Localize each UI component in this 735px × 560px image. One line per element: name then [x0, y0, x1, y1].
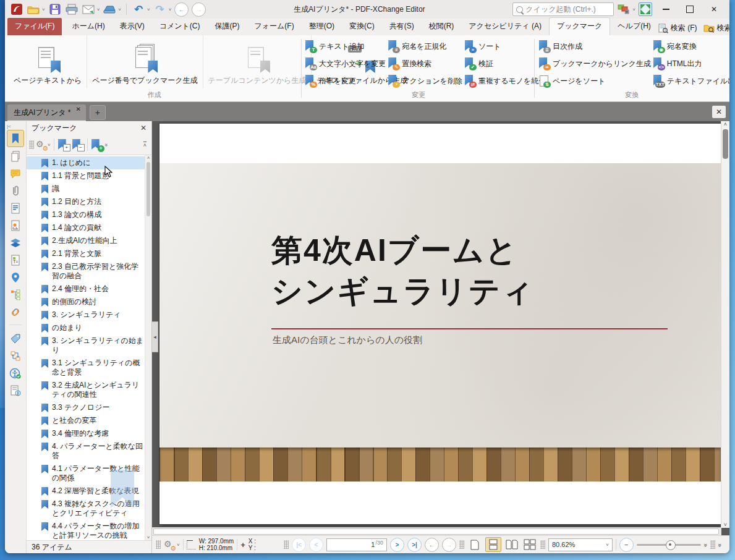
bookmark-item[interactable]: 1. はじめに [27, 156, 151, 169]
first-page-button[interactable]: |< [292, 538, 306, 552]
new-bookmark-button[interactable]: + [91, 138, 103, 151]
ribbon-small-button[interactable]: <>HTML出力 [652, 55, 729, 72]
bookmarks-options-button[interactable]: ⚙ ⚙ [36, 139, 47, 150]
scroll-down-icon[interactable]: ˅ [147, 535, 150, 540]
bookmark-item[interactable]: 2.4 倫理的・社会 [27, 282, 151, 295]
accessibility-report-icon[interactable] [7, 383, 23, 399]
scroll-down-icon[interactable]: ˅ [724, 522, 727, 528]
zoom-slider-knob[interactable] [666, 540, 676, 550]
single-page-layout-button[interactable] [467, 538, 482, 551]
fullscreen-button[interactable] [639, 2, 652, 16]
layers-panel-icon[interactable] [7, 235, 23, 251]
ribbon-small-button[interactable]: ≣目次作成 [538, 38, 652, 55]
ribbon-small-button[interactable]: ≡ソート [464, 38, 547, 55]
expand-all-bookmarks-button[interactable]: + [57, 138, 70, 151]
ribbon-small-button[interactable]: ⇅ページをソート [538, 72, 652, 90]
menu-tab[interactable]: 表示(V) [113, 18, 152, 35]
email-dropdown[interactable]: ˅ [97, 7, 100, 12]
zoom-slider[interactable] [637, 544, 701, 546]
ribbon-small-button[interactable]: ∞ブックマークからリンク生成 [538, 55, 652, 72]
menu-tab[interactable]: 共有(S) [382, 18, 422, 35]
two-page-layout-button[interactable] [504, 538, 519, 551]
thumbnails-panel-icon[interactable] [7, 148, 23, 164]
bookmarks-panel-icon[interactable] [7, 130, 24, 147]
close-document-button[interactable]: ✕ [712, 106, 726, 118]
menu-tab[interactable]: アクセシビリティ (A) [461, 18, 549, 35]
ribbon-big-button[interactable]: ページ番号でブックマーク生成 [87, 35, 203, 88]
document-tab-close-icon[interactable]: ✕ [75, 106, 80, 112]
more-tools-icon[interactable]: » [716, 543, 723, 546]
tags-panel-icon[interactable] [7, 287, 23, 303]
print-button[interactable] [65, 2, 79, 16]
maximize-button[interactable] [679, 2, 700, 17]
continuous-layout-button[interactable] [485, 537, 501, 552]
ribbon-small-button[interactable]: %倍率を変更 [304, 72, 387, 90]
menu-tab[interactable]: 整理(O) [302, 18, 342, 35]
document-tab-active[interactable]: 生成AIプリンタ * ✕ [7, 104, 86, 122]
bookmark-item[interactable]: 2.1 背景と文脈 [27, 247, 151, 260]
undo-button[interactable]: ↶ [132, 2, 145, 16]
bookmark-item[interactable]: と社会の変革 [27, 414, 151, 427]
menu-tab[interactable]: ファイル(F) [7, 18, 62, 35]
bookmark-item[interactable]: 識 [27, 182, 151, 195]
menu-tab[interactable]: 校閲(R) [422, 18, 462, 35]
menu-tab[interactable]: 保護(P) [207, 18, 247, 35]
ribbon-small-button[interactable]: TXTテキストファイル出力 [652, 72, 729, 90]
scroll-up-icon[interactable]: ˄ [147, 155, 150, 161]
customize-ui-dropdown[interactable]: ˅ [632, 7, 635, 12]
bookmark-item[interactable]: 3. シンギュラリティ [27, 308, 151, 321]
menu-tab[interactable]: コメント(C) [152, 18, 208, 35]
bookmark-item[interactable]: 4. パラメーターと柔軟な回答 [27, 440, 151, 462]
bookmarks-scrollbar[interactable]: ˄ ˅ [145, 155, 151, 540]
bookmark-item[interactable]: 2.3 自己教示学習と強化学習の融合 [27, 260, 151, 282]
view-forward-button[interactable]: → [442, 538, 456, 552]
open-file-button[interactable] [27, 2, 40, 16]
bookmark-item[interactable]: 4.4 パラメーター数の増加と計算リソースの挑戦 [27, 520, 151, 540]
destinations-panel-icon[interactable] [7, 269, 23, 286]
undo-dropdown[interactable]: ˅ [147, 7, 150, 12]
ribbon-small-button[interactable]: ✔検証 [464, 55, 547, 72]
open-file-dropdown[interactable]: ˅ [42, 7, 45, 12]
bookmarks-panel-close-icon[interactable]: ✕ [140, 124, 147, 132]
grid-layout-button[interactable] [522, 538, 537, 551]
save-button[interactable] [48, 2, 62, 16]
signatures-panel-icon[interactable] [7, 218, 23, 234]
ribbon-big-button[interactable]: ページテキストから [9, 35, 87, 88]
redo-dropdown[interactable]: ˅ [169, 7, 172, 12]
menu-tab[interactable]: 変換(C) [342, 18, 382, 35]
view-back-button[interactable]: ← [425, 538, 439, 552]
next-page-button[interactable]: > [390, 538, 404, 552]
ribbon-small-button[interactable]: #宛名を正規化 [387, 38, 464, 55]
ribbon-small-button[interactable]: ⚡アクションを削除 [387, 72, 464, 90]
scan-dropdown[interactable]: ˅ [118, 7, 121, 12]
history-back-button[interactable]: ← [174, 2, 189, 17]
rail-collapse-icon[interactable]: |< [7, 124, 11, 129]
quick-launch-input[interactable]: クイック起動 (Ctrl+.) [512, 2, 614, 16]
panel-splitter-handle[interactable]: ◂ [152, 321, 158, 352]
bookmark-item[interactable]: 1.2 目的と方法 [27, 195, 151, 208]
find-button[interactable]: 検索 (F) [658, 23, 697, 33]
comments-panel-icon[interactable] [7, 166, 23, 182]
bookmark-item[interactable]: 1.4 論文の貢献 [27, 221, 151, 234]
bookmark-item[interactable]: 1.1 背景と問題意 [27, 169, 151, 182]
close-button[interactable]: ✕ [703, 2, 724, 17]
redo-button[interactable]: ↷ [153, 2, 167, 16]
zoom-out-button[interactable]: − [619, 538, 634, 552]
minimize-button[interactable] [655, 2, 676, 17]
panel-collapse-top-icon[interactable]: ˄ [143, 142, 147, 148]
zoom-select[interactable]: 80.62% ˅ [548, 538, 613, 551]
menu-tab[interactable]: ヘルプ(H) [610, 18, 658, 35]
content-panel-icon[interactable]: T= [7, 252, 23, 268]
statusbar-options-button[interactable]: ⚙ ⚙ [164, 539, 175, 550]
bookmark-item[interactable]: 的側面の検討 [27, 295, 151, 308]
prev-page-button[interactable]: < [309, 538, 323, 552]
page-number-field[interactable]: 1 /30 [326, 538, 387, 551]
more-tools-icon[interactable]: » [702, 543, 709, 546]
bookmark-item[interactable]: 2.生成AIの性能向上 [27, 234, 151, 247]
ribbon-small-button[interactable]: ⇄重複するモノを統合 [464, 72, 547, 90]
bookmark-item[interactable]: 3.3 テクノロジー [27, 401, 151, 414]
ribbon-small-button[interactable]: Aa大文字小文字を変更 [304, 55, 387, 72]
named-destinations-icon[interactable] [7, 331, 23, 347]
menu-tab[interactable]: ブックマーク [549, 17, 610, 35]
new-tab-button[interactable]: + [90, 105, 106, 120]
